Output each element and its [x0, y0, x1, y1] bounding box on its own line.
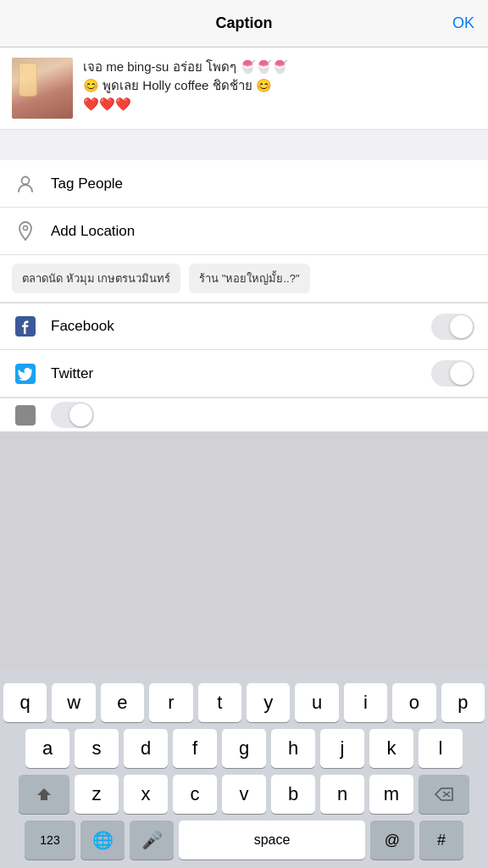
key-row-3: z x c v b n m [3, 775, 485, 814]
key-q[interactable]: q [3, 683, 47, 722]
key-c[interactable]: c [173, 775, 217, 814]
key-n[interactable]: n [320, 775, 364, 814]
facebook-toggle-knob [450, 315, 473, 338]
globe-key[interactable]: 🌐 [80, 821, 125, 860]
shift-key[interactable] [19, 775, 69, 814]
key-h[interactable]: h [271, 729, 315, 768]
location-icon [14, 220, 37, 243]
location-chip-2[interactable]: ร้าน "หอยใหญ่มั้ย..?" [189, 264, 309, 293]
key-l[interactable]: l [419, 729, 463, 768]
key-row-bottom: 123 🌐 🎤 space @ # [3, 821, 485, 860]
key-g[interactable]: g [222, 729, 266, 768]
social-section: Facebook Twitter [0, 303, 488, 431]
space-key[interactable]: space [179, 821, 365, 860]
key-i[interactable]: i [344, 683, 387, 722]
keyboard-area: q w e r t y u i o p a s d f g h j k l [0, 670, 488, 868]
key-u[interactable]: u [295, 683, 338, 722]
twitter-toggle[interactable] [431, 360, 474, 387]
tag-people-item[interactable]: Tag People [0, 160, 488, 208]
key-f[interactable]: f [173, 729, 217, 768]
key-j[interactable]: j [320, 729, 364, 768]
svg-rect-4 [15, 405, 36, 426]
hash-key[interactable]: # [419, 821, 463, 860]
key-r[interactable]: r [149, 683, 192, 722]
key-a[interactable]: a [25, 729, 69, 768]
key-z[interactable]: z [75, 775, 119, 814]
partial-toggle[interactable] [51, 402, 94, 428]
key-w[interactable]: w [52, 683, 95, 722]
twitter-toggle-knob [450, 362, 473, 385]
numbers-key[interactable]: 123 [25, 821, 75, 860]
caption-thumbnail [12, 58, 73, 119]
mic-key[interactable]: 🎤 [130, 821, 174, 860]
location-chip-1[interactable]: ตลาดนัด หัวมุม เกษตรนวมินทร์ [12, 264, 180, 293]
key-m[interactable]: m [369, 775, 413, 814]
key-x[interactable]: x [124, 775, 168, 814]
key-row-2: a s d f g h j k l [3, 729, 485, 768]
key-b[interactable]: b [271, 775, 315, 814]
key-s[interactable]: s [75, 729, 119, 768]
add-location-label: Add Location [51, 223, 135, 240]
location-suggestions: ตลาดนัด หัวมุม เกษตรนวมินทร์ ร้าน "หอยให… [0, 255, 488, 303]
svg-point-1 [24, 225, 28, 230]
partial-social-icon [14, 403, 37, 427]
tag-people-label: Tag People [51, 175, 123, 192]
add-location-item[interactable]: Add Location [0, 208, 488, 255]
caption-row: เจอ me bing-su อร่อย โพดๆ 🍧🍧🍧😊 พูดเลย Ho… [0, 47, 488, 130]
partial-social-item [0, 398, 488, 431]
key-p[interactable]: p [441, 683, 485, 722]
facebook-toggle[interactable] [431, 314, 474, 340]
key-t[interactable]: t [198, 683, 241, 722]
twitter-label: Twitter [51, 365, 418, 382]
keyboard-top-bar [0, 670, 488, 676]
key-v[interactable]: v [222, 775, 266, 814]
person-icon [14, 172, 37, 196]
twitter-icon [14, 362, 37, 386]
facebook-label: Facebook [51, 318, 418, 335]
partial-toggle-knob [69, 403, 92, 426]
key-row-1: q w e r t y u i o p [3, 683, 485, 722]
twitter-item[interactable]: Twitter [0, 350, 488, 398]
key-o[interactable]: o [392, 683, 435, 722]
svg-point-0 [22, 176, 30, 184]
key-d[interactable]: d [124, 729, 168, 768]
at-key[interactable]: @ [370, 821, 414, 860]
caption-text[interactable]: เจอ me bing-su อร่อย โพดๆ 🍧🍧🍧😊 พูดเลย Ho… [83, 58, 476, 113]
delete-key[interactable] [419, 775, 469, 814]
facebook-icon [14, 314, 37, 338]
key-e[interactable]: e [101, 683, 144, 722]
keyboard: q w e r t y u i o p a s d f g h j k l [0, 676, 488, 868]
ok-button[interactable]: OK [452, 14, 474, 32]
header: Caption OK [0, 0, 488, 47]
key-y[interactable]: y [247, 683, 290, 722]
page-title: Caption [216, 14, 273, 32]
facebook-item[interactable]: Facebook [0, 303, 488, 350]
section-divider-1 [0, 130, 488, 160]
key-k[interactable]: k [369, 729, 413, 768]
